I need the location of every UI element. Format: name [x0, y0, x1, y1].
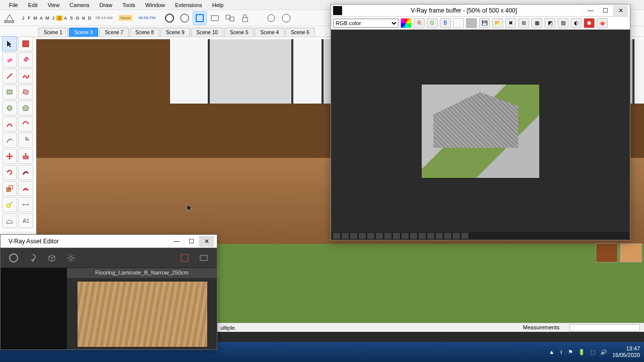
- tab-scene-10[interactable]: Scene 10: [191, 28, 223, 37]
- vfb-b8[interactable]: [393, 233, 400, 239]
- line-tool[interactable]: [2, 68, 17, 83]
- offset-tool[interactable]: [18, 181, 33, 196]
- vfb-save-icon[interactable]: 💾: [479, 18, 490, 28]
- menu-help[interactable]: Help: [207, 1, 229, 10]
- menu-edit[interactable]: Edit: [23, 1, 43, 10]
- month-s[interactable]: S: [68, 16, 74, 21]
- vray-batch-icon[interactable]: [223, 11, 237, 25]
- ae-settings-icon[interactable]: [64, 251, 78, 265]
- vfb-lens-icon[interactable]: ◐: [571, 18, 582, 28]
- vray-cloud-icon[interactable]: [264, 11, 278, 25]
- vfb-region-icon[interactable]: ▦: [531, 18, 542, 28]
- pushpull-tool[interactable]: [18, 149, 33, 164]
- vray-vfb-icon[interactable]: [208, 11, 222, 25]
- swatch-1[interactable]: [596, 243, 618, 262]
- tab-scene-4[interactable]: Scene 4: [255, 28, 284, 37]
- tab-scene-8[interactable]: Scene 8: [130, 28, 159, 37]
- vfb-link-icon[interactable]: ⊞: [518, 18, 529, 28]
- followme-tool[interactable]: [18, 165, 33, 180]
- vfb-b4[interactable]: [359, 233, 366, 239]
- vfb-b-button[interactable]: B: [440, 18, 451, 28]
- vfb-color-icon[interactable]: [400, 18, 412, 28]
- select-tool[interactable]: [2, 36, 17, 51]
- menu-camera[interactable]: Camera: [64, 1, 94, 10]
- vfb-b6[interactable]: [376, 233, 383, 239]
- vfb-b7[interactable]: [384, 233, 391, 239]
- menu-tools[interactable]: Tools: [117, 1, 140, 10]
- ae-material-preview[interactable]: [77, 281, 208, 347]
- month-o[interactable]: O: [74, 16, 80, 21]
- vfb-b14[interactable]: [444, 233, 451, 239]
- ae-close-button[interactable]: ✕: [199, 236, 214, 247]
- month-m[interactable]: M: [32, 16, 38, 21]
- maximize-button[interactable]: ☐: [598, 5, 613, 16]
- menu-file[interactable]: File: [4, 1, 23, 10]
- model-info-icon[interactable]: [2, 12, 16, 25]
- month-f[interactable]: F: [26, 16, 32, 21]
- menu-extensions[interactable]: Extensions: [170, 1, 207, 10]
- vfb-channel-select[interactable]: RGB color: [333, 19, 398, 28]
- ae-render-icon[interactable]: [178, 251, 192, 265]
- pie-tool[interactable]: [18, 133, 33, 148]
- rotate-tool[interactable]: [2, 165, 17, 180]
- paint-bucket-tool[interactable]: [18, 52, 33, 67]
- vfb-b3[interactable]: [350, 233, 357, 239]
- vfb-open-icon[interactable]: 📂: [492, 18, 503, 28]
- vfb-mono-grey-icon[interactable]: [466, 18, 477, 28]
- vfb-b13[interactable]: [436, 233, 443, 239]
- vfb-clear-icon[interactable]: ✖: [505, 18, 516, 28]
- ae-left-panel[interactable]: [1, 268, 67, 349]
- ae-maximize-button[interactable]: ☐: [184, 236, 199, 247]
- tray-volume-icon[interactable]: 🔊: [600, 349, 607, 355]
- vfb-r-button[interactable]: R: [414, 18, 425, 28]
- scale-tool[interactable]: [2, 181, 17, 196]
- tab-scene-5[interactable]: Scene 5: [224, 28, 254, 37]
- month-m2[interactable]: M: [44, 16, 50, 21]
- ae-geometry-icon[interactable]: [45, 251, 59, 265]
- vray-lock-icon[interactable]: [238, 11, 252, 25]
- make-component-tool[interactable]: [18, 36, 33, 51]
- shadow-date-strip[interactable]: J F M A M J J A S O N D 05:14 AM Noon 06…: [20, 15, 158, 21]
- vray-asset-editor-window[interactable]: V-Ray Asset Editor — ☐ ✕ Flooring_Lamina…: [0, 234, 217, 350]
- freehand-tool[interactable]: [18, 68, 33, 83]
- tape-measure-tool[interactable]: [2, 197, 17, 212]
- vray-viewport-icon[interactable]: [193, 11, 207, 25]
- menu-window[interactable]: Window: [140, 1, 170, 10]
- ae-vfb-icon[interactable]: [197, 251, 211, 265]
- eraser-tool[interactable]: [2, 52, 17, 67]
- ae-materials-icon[interactable]: [7, 251, 21, 265]
- vfb-b5[interactable]: [367, 233, 374, 239]
- close-button[interactable]: ✕: [613, 5, 628, 16]
- vfb-pixel-icon[interactable]: ▨: [557, 18, 569, 28]
- vfb-b12[interactable]: [427, 233, 434, 239]
- arc2-tool[interactable]: [18, 117, 33, 132]
- swatch-2[interactable]: [620, 243, 642, 262]
- vfb-b16[interactable]: [461, 233, 468, 239]
- month-n[interactable]: N: [80, 16, 87, 21]
- month-j3[interactable]: J: [56, 16, 62, 21]
- menu-draw[interactable]: Draw: [94, 1, 117, 10]
- vfb-titlebar[interactable]: V-Ray frame buffer - [50% of 500 x 400] …: [331, 5, 630, 17]
- month-j[interactable]: J: [20, 16, 26, 21]
- taskbar-clock[interactable]: 13:47 16/05/2020: [612, 345, 640, 358]
- vfb-b9[interactable]: [401, 233, 409, 239]
- tab-scene-1[interactable]: Scene 1: [38, 28, 68, 37]
- vray-asset-editor-icon[interactable]: [279, 11, 293, 25]
- arc-tool[interactable]: [2, 117, 17, 132]
- tab-scene-3[interactable]: Scene 3: [69, 28, 99, 37]
- vfb-b10[interactable]: [410, 233, 417, 239]
- protractor-tool[interactable]: [2, 213, 17, 228]
- vfb-b11[interactable]: [419, 233, 426, 239]
- vfb-stop-icon[interactable]: ⏹: [584, 18, 595, 28]
- circle-tool[interactable]: [2, 101, 17, 116]
- month-d[interactable]: D: [87, 16, 93, 21]
- rotated-rect-tool[interactable]: [18, 84, 33, 100]
- vray-frame-buffer-window[interactable]: V-Ray frame buffer - [50% of 500 x 400] …: [331, 4, 630, 240]
- vfb-track-icon[interactable]: ◩: [544, 18, 555, 28]
- month-a[interactable]: A: [38, 16, 44, 21]
- menu-view[interactable]: View: [43, 1, 65, 10]
- dimension-tool[interactable]: [18, 197, 33, 212]
- vfb-b2[interactable]: [342, 233, 349, 239]
- measurements-value[interactable]: [570, 324, 640, 331]
- rectangle-tool[interactable]: [2, 84, 17, 100]
